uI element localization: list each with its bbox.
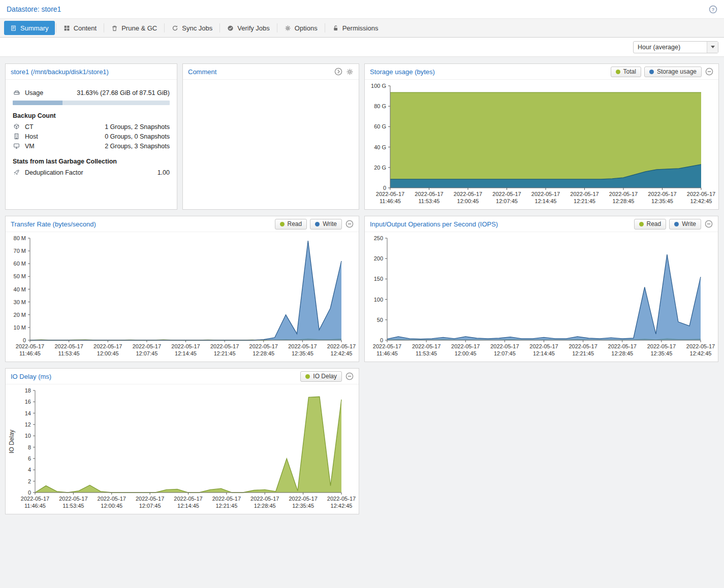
legend-label: Read — [647, 220, 662, 227]
svg-text:11:53:45: 11:53:45 — [58, 350, 80, 356]
svg-text:?: ? — [712, 6, 715, 12]
content-area: store1 (/mnt/backup/disk1/store1) Usage … — [0, 57, 724, 588]
svg-text:0: 0 — [380, 337, 383, 343]
tab-permissions[interactable]: Permissions — [326, 21, 385, 35]
legend-write[interactable]: Write — [669, 219, 701, 230]
iops-panel: Input/Output Operations per Second (IOPS… — [364, 216, 718, 362]
help-icon[interactable]: ? — [709, 5, 717, 14]
minus-circle-icon[interactable] — [705, 220, 713, 228]
host-label: Host — [25, 133, 38, 140]
svg-text:14: 14 — [25, 410, 31, 416]
svg-text:2022-05-17: 2022-05-17 — [210, 343, 239, 349]
toolbar-row: Hour (average) — [0, 38, 724, 57]
svg-text:11:53:45: 11:53:45 — [62, 503, 84, 509]
chart-canvas: 010 M20 M30 M40 M50 M60 M70 M80 M2022-05… — [6, 232, 359, 362]
dedup-value: 1.00 — [158, 169, 170, 176]
svg-text:60 M: 60 M — [14, 260, 26, 267]
book-icon — [10, 25, 17, 31]
svg-text:2022-05-17: 2022-05-17 — [609, 191, 638, 197]
usage-progress-fill — [13, 101, 62, 105]
legend-label: Read — [288, 220, 302, 227]
chart-legend: ReadWrite — [634, 219, 701, 230]
svg-text:12:42:45: 12:42:45 — [690, 350, 712, 356]
tab-options[interactable]: Options — [278, 21, 324, 35]
minus-circle-icon[interactable] — [345, 372, 354, 380]
panel-title: IO Delay (ms) — [11, 373, 51, 380]
svg-text:12:28:45: 12:28:45 — [613, 198, 635, 204]
svg-text:2022-05-17: 2022-05-17 — [492, 191, 521, 197]
svg-text:2022-05-17: 2022-05-17 — [288, 343, 317, 349]
legend-read[interactable]: Read — [275, 219, 307, 230]
svg-text:200: 200 — [374, 255, 383, 262]
sync-icon — [172, 25, 178, 31]
legend-label: Storage usage — [657, 68, 697, 75]
svg-text:0: 0 — [23, 337, 26, 343]
trash-icon — [111, 25, 118, 31]
legend-write[interactable]: Write — [310, 219, 342, 230]
svg-text:6: 6 — [28, 455, 31, 462]
usage-row: Usage 31.63% (27.68 GiB of 87.51 GiB) — [13, 88, 170, 97]
legend-label: Write — [323, 220, 337, 227]
usage-label: Usage — [25, 89, 43, 96]
svg-text:12:21:45: 12:21:45 — [574, 198, 595, 204]
tab-separator — [56, 23, 56, 32]
vm-row: VM 2 Groups, 3 Snapshots — [13, 141, 170, 151]
svg-text:2022-05-17: 2022-05-17 — [327, 343, 356, 349]
legend-io-delay[interactable]: IO Delay — [300, 371, 342, 382]
chart-canvas: 0246810121416182022-05-1711:46:452022-05… — [6, 384, 359, 514]
caret-down-icon[interactable] — [707, 42, 718, 53]
svg-text:12:07:45: 12:07:45 — [496, 198, 518, 204]
tab-sync-jobs[interactable]: Sync Jobs — [166, 21, 218, 35]
svg-text:12:07:45: 12:07:45 — [494, 350, 516, 356]
svg-text:12:42:45: 12:42:45 — [331, 503, 353, 509]
chart-canvas: 0501001502002502022-05-1711:46:452022-05… — [365, 232, 718, 362]
svg-text:11:46:45: 11:46:45 — [24, 503, 46, 509]
svg-text:11:46:45: 11:46:45 — [380, 198, 401, 204]
svg-text:2022-05-17: 2022-05-17 — [529, 343, 558, 349]
legend-total[interactable]: Total — [611, 67, 641, 77]
legend-read[interactable]: Read — [634, 219, 667, 230]
titlebar: Datastore: store1 ? — [0, 0, 724, 18]
svg-text:2022-05-17: 2022-05-17 — [415, 191, 443, 197]
svg-text:12:35:45: 12:35:45 — [292, 350, 313, 356]
svg-text:2022-05-17: 2022-05-17 — [490, 343, 519, 349]
svg-text:2022-05-17: 2022-05-17 — [687, 191, 715, 197]
svg-text:40 G: 40 G — [374, 144, 386, 150]
minus-circle-icon[interactable] — [345, 220, 354, 228]
svg-text:2022-05-17: 2022-05-17 — [54, 343, 83, 349]
svg-text:2022-05-17: 2022-05-17 — [531, 191, 560, 197]
chevron-right-circle-icon[interactable] — [334, 68, 342, 76]
tab-summary[interactable]: Summary — [4, 21, 55, 35]
rocket-icon — [13, 169, 20, 176]
svg-text:60 G: 60 G — [374, 123, 386, 129]
svg-text:2022-05-17: 2022-05-17 — [373, 343, 401, 349]
legend-dot-icon — [315, 222, 320, 226]
legend-storage-usage[interactable]: Storage usage — [644, 67, 702, 77]
panel-title: Transfer Rate (bytes/second) — [11, 220, 96, 228]
tab-verify-jobs[interactable]: Verify Jobs — [221, 21, 276, 35]
backup-count-heading: Backup Count — [13, 112, 170, 119]
svg-text:40 M: 40 M — [14, 286, 26, 292]
svg-text:12:21:45: 12:21:45 — [214, 350, 236, 356]
comment-content — [183, 80, 359, 209]
svg-text:11:46:45: 11:46:45 — [376, 350, 398, 356]
svg-text:12: 12 — [25, 421, 31, 428]
minus-circle-icon[interactable] — [705, 68, 713, 76]
tab-separator — [104, 23, 104, 32]
svg-text:70 M: 70 M — [14, 248, 26, 254]
tab-prune-gc[interactable]: Prune & GC — [105, 21, 163, 35]
svg-text:80 M: 80 M — [14, 235, 26, 241]
timeframe-select[interactable]: Hour (average) — [633, 41, 718, 53]
tab-content[interactable]: Content — [57, 21, 103, 35]
svg-text:2022-05-17: 2022-05-17 — [569, 343, 597, 349]
gear-icon[interactable] — [346, 68, 354, 76]
vm-value: 2 Groups, 3 Snapshots — [105, 143, 170, 150]
tab-label: Sync Jobs — [182, 24, 212, 32]
svg-text:2022-05-17: 2022-05-17 — [133, 343, 161, 349]
tab-separator — [277, 23, 277, 32]
ct-label: CT — [25, 123, 34, 130]
svg-text:12:28:45: 12:28:45 — [253, 350, 274, 356]
svg-text:2022-05-17: 2022-05-17 — [16, 343, 44, 349]
legend-dot-icon — [639, 222, 644, 226]
tab-label: Options — [295, 24, 318, 32]
